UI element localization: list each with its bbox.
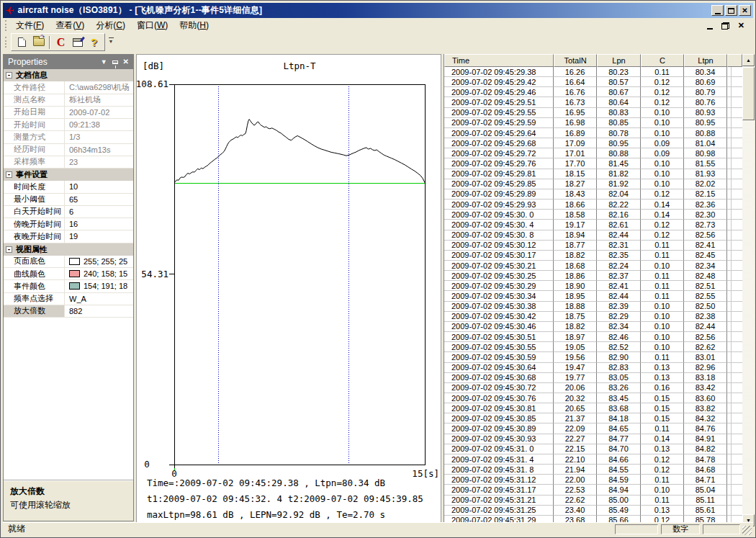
pin-icon[interactable] [112,60,118,64]
table-row[interactable]: 2009-07-02 09:45:30.6819.7783.050.1383.1… [444,373,742,383]
table-row[interactable]: 2009-07-02 09:45:30.3418.9582.440.1182.5… [444,291,742,301]
table-row[interactable]: 2009-07-02 09:45:30.7620.3283.450.1583.6… [444,393,742,403]
table-row[interactable]: 2009-07-02 09:45:29.8918.4382.040.1282.1… [444,189,742,199]
ltpn-chart-svg[interactable]: [dB] Ltpn-T 108.61 54.31 0 0 15[s] Time=… [137,55,441,523]
table-row[interactable]: 2009-07-02 09:45:30.7220.0683.260.1683.4… [444,383,742,393]
table-row[interactable]: 2009-07-02 09:45:31. 821.9484.550.1284.6… [444,465,742,475]
property-value[interactable]: 09:21:38 [65,119,133,130]
table-row[interactable]: 2009-07-02 09:45:29.4216.6480.570.1280.6… [444,77,742,87]
table-row[interactable]: 2009-07-02 09:45:29.9318.6682.220.1482.3… [444,199,742,210]
open-file-button[interactable] [30,35,47,50]
property-value[interactable]: 23 [65,156,133,168]
mdi-minimize-icon[interactable] [707,28,713,30]
table-row[interactable]: 2009-07-02 09:45:30.2918.9082.410.1182.5… [444,281,742,291]
property-category[interactable]: -文档信息 [4,69,133,81]
table-row[interactable]: 2009-07-02 09:45:30.2518.8682.370.1182.4… [444,271,742,281]
property-row[interactable]: 傍晚开始时间16 [4,218,133,230]
collapse-minus-icon[interactable]: - [6,72,12,79]
toolbar-overflow-button[interactable]: ▼ [107,37,115,44]
table-row[interactable]: 2009-07-02 09:45:29.4616.7680.670.1280.7… [444,87,742,97]
table-row[interactable]: 2009-07-02 09:45:29.7217.0180.880.0980.9… [444,148,742,158]
column-header-lpn[interactable]: Lpn [597,54,641,67]
table-row[interactable]: 2009-07-02 09:45:30.5519.0582.520.1082.6… [444,342,742,352]
property-value[interactable]: 240; 158; 15 [65,268,133,279]
scroll-up-button[interactable]: ▲ [742,54,755,66]
table-row[interactable]: 2009-07-02 09:45:30.1718.8282.350.1182.4… [444,251,742,261]
table-row[interactable]: 2009-07-02 09:45:31.2122.6285.000.1185.1… [444,496,742,506]
property-row[interactable]: 时间长度10 [4,181,133,193]
property-value[interactable]: C:\awa6298\机场 [65,81,133,93]
table-row[interactable]: 2009-07-02 09:45:30.4618.8282.340.1082.4… [444,322,742,332]
property-value[interactable]: 255; 255; 25 [65,256,133,267]
mdi-restore-icon[interactable] [721,22,729,30]
property-value[interactable]: 19 [65,230,133,242]
table-row[interactable]: 2009-07-02 09:45:29.7617.7081.450.1081.5… [444,158,742,169]
table-row[interactable]: 2009-07-02 09:45:30.5919.5682.900.1183.0… [444,352,742,362]
table-row[interactable]: 2009-07-02 09:45:30.2118.6882.240.1082.3… [444,261,742,271]
new-file-button[interactable] [14,35,30,50]
table-row[interactable]: 2009-07-02 09:45:30.6419.4782.830.1382.9… [444,363,742,373]
property-category[interactable]: -视图属性 [4,243,133,256]
table-row[interactable]: 2009-07-02 09:45:29.5116.7380.640.1280.7… [444,97,742,107]
properties-panel-header[interactable]: Properties ▼ ✕ [4,55,133,69]
table-row[interactable]: 2009-07-02 09:45:30.8521.3784.180.1584.3… [444,413,742,423]
table-row[interactable]: 2009-07-02 09:45:30. 818.9482.440.1282.5… [444,230,742,241]
menu-item-5[interactable]: 帮助(H) [174,18,215,33]
column-header-totaln[interactable]: TotalN [554,54,597,67]
property-row[interactable]: 测量方式1/3 [4,131,133,143]
property-row[interactable]: 页面底色255; 255; 25 [4,256,133,268]
scrollbar-thumb[interactable] [742,67,755,120]
table-row[interactable]: 2009-07-02 09:45:31.2523.4085.490.1385.6… [444,506,742,516]
table-row[interactable]: 2009-07-02 09:45:29.6817.0980.950.0981.0… [444,138,742,148]
property-value[interactable]: 栎社机场 [65,94,133,106]
menu-item-1[interactable]: 文件(F) [10,18,50,33]
table-row[interactable]: 2009-07-02 09:45:30. 018.5882.160.1482.3… [444,210,742,220]
collapse-minus-icon[interactable]: - [6,246,12,253]
table-row[interactable]: 2009-07-02 09:45:29.8118.1581.820.1081.9… [444,169,742,179]
toolbar-grip-handle[interactable] [5,37,7,48]
property-value[interactable]: 154; 191; 18 [65,280,133,292]
property-row[interactable]: 曲线颜色240; 158; 15 [4,268,133,280]
resize-grip[interactable] [742,526,752,535]
title-bar[interactable]: ✈ aircraft noise（ISO3891） - [飞机噪声分析1--事件… [3,3,753,18]
property-row[interactable]: 白天开始时间6 [4,206,133,218]
property-value[interactable]: 882 [65,305,133,317]
table-row[interactable]: 2009-07-02 09:45:29.5916.9880.850.1080.9… [444,118,742,128]
table-row[interactable]: 2009-07-02 09:45:30.3818.8882.390.1082.5… [444,302,742,312]
property-value[interactable]: 65 [65,194,133,205]
property-row[interactable]: 最小阈值65 [4,194,133,206]
property-value[interactable]: 16 [65,218,133,230]
property-value[interactable]: 10 [65,181,133,192]
property-row[interactable]: 测点名称栎社机场 [4,94,133,107]
table-row[interactable]: 2009-07-02 09:45:29.5516.9580.830.1080.9… [444,108,742,118]
analysis-c-button[interactable]: C [53,35,69,50]
maximize-button[interactable] [725,5,737,16]
property-row[interactable]: 频率点选择W_A [4,293,133,305]
collapse-minus-icon[interactable]: - [6,171,12,178]
menu-item-2[interactable]: 查看(V) [50,18,90,33]
property-row[interactable]: 采样频率23 [4,156,133,169]
table-scrollbar[interactable]: ▲ ▼ [742,54,755,526]
property-row[interactable]: 开始时间09:21:38 [4,119,133,131]
table-row[interactable]: 2009-07-02 09:45:29.3816.2680.230.1180.3… [444,67,742,77]
minimize-button[interactable] [711,5,724,16]
table-row[interactable]: 2009-07-02 09:45:30.9322.2784.770.1484.9… [444,434,742,444]
property-value[interactable]: 6 [65,206,133,218]
table-row[interactable]: 2009-07-02 09:45:31.1722.5384.940.1085.0… [444,485,742,495]
table-row[interactable]: 2009-07-02 09:45:29.6416.8980.780.1080.8… [444,128,742,138]
table-row[interactable]: 2009-07-02 09:45:30.5118.9782.460.1082.5… [444,332,742,342]
property-row[interactable]: 事件颜色154; 191; 18 [4,280,133,292]
close-button[interactable]: ✕ [739,5,751,16]
property-row[interactable]: 经历时间06h34m13s [4,144,133,156]
menu-item-3[interactable]: 分析(C) [90,18,131,33]
table-row[interactable]: 2009-07-02 09:45:30. 419.1782.610.1282.7… [444,220,742,230]
property-row[interactable]: 放大倍数882 [4,305,133,318]
property-value[interactable]: W_A [65,293,133,305]
table-row[interactable]: 2009-07-02 09:45:29.8518.2781.920.1082.0… [444,179,742,189]
property-value[interactable]: 06h34m13s [65,144,133,156]
scrollbar-track[interactable] [742,66,755,514]
panel-close-icon[interactable]: ✕ [123,58,129,66]
mdi-close-icon[interactable]: ✕ [738,22,744,30]
column-header-time[interactable]: Time [444,54,554,67]
table-row[interactable]: 2009-07-02 09:45:30.8922.0984.650.1184.7… [444,423,742,434]
